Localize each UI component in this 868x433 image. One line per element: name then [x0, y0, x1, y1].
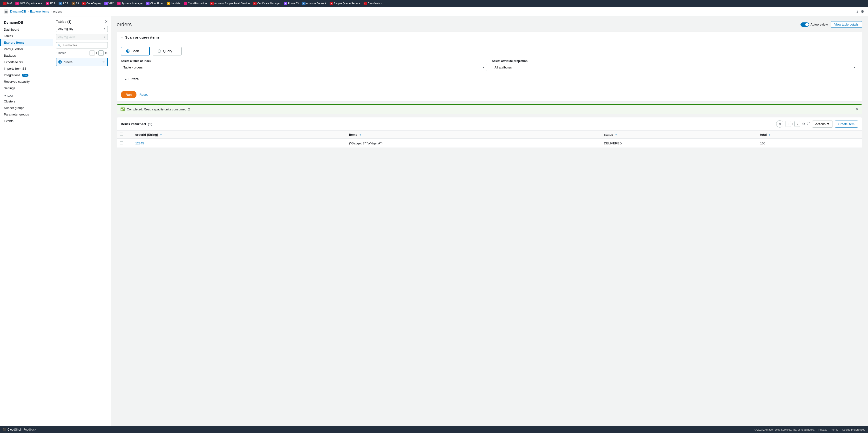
- dismiss-success-button[interactable]: ✕: [856, 107, 859, 112]
- main-content: orders Autopreview View table details ▼ …: [111, 17, 868, 426]
- items-table: orderId (String) ▼ items ▼ status: [117, 131, 862, 148]
- col-header-items: items ▼: [346, 131, 595, 138]
- sidebar-item-reserved-capacity[interactable]: Reserved capacity: [0, 79, 53, 85]
- run-button[interactable]: Run: [121, 91, 136, 98]
- sidebar-item-events[interactable]: Events: [0, 118, 53, 124]
- items-returned-count: (1): [148, 122, 152, 126]
- table-index-group: Select a table or index Table - orders: [121, 59, 487, 71]
- nav-ec2[interactable]: E EC2: [44, 1, 56, 5]
- create-item-button[interactable]: Create item: [835, 121, 858, 127]
- scan-query-header[interactable]: ▼ Scan or query items: [117, 32, 862, 43]
- status-sort-icon[interactable]: ▼: [615, 134, 617, 136]
- sidebar-item-backups[interactable]: Backups: [0, 52, 53, 59]
- cloudshell-button[interactable]: ⬛ CloudShell: [3, 428, 22, 431]
- tables-settings-button[interactable]: ⚙: [105, 51, 108, 55]
- prev-page-button[interactable]: ‹: [89, 51, 95, 56]
- breadcrumb-explore-items[interactable]: Explore items: [30, 10, 49, 13]
- table-item-orders[interactable]: orders ☆: [56, 58, 108, 66]
- terms-link[interactable]: Terms: [831, 428, 838, 431]
- sidebar-item-dashboard[interactable]: Dashboard: [0, 26, 53, 33]
- systems-manager-icon: S: [117, 2, 121, 5]
- sidebar-item-settings[interactable]: Settings: [0, 85, 53, 91]
- items-prev-page-button[interactable]: ‹: [785, 121, 791, 127]
- nav-bedrock[interactable]: A Amazon Bedrock: [301, 1, 328, 5]
- nav-iam[interactable]: I IAM: [2, 1, 13, 5]
- items-table-settings-button[interactable]: ⚙: [802, 122, 805, 126]
- sidebar-item-clusters[interactable]: Clusters: [0, 98, 53, 105]
- filters-row[interactable]: ▶ Filters: [121, 74, 858, 84]
- nav-aws-orgs[interactable]: A AWS Organizations: [14, 1, 44, 5]
- query-option[interactable]: Query: [153, 47, 182, 56]
- sidebar-item-explore-items[interactable]: Explore items: [0, 39, 53, 46]
- settings-icon[interactable]: ⚙: [861, 9, 864, 14]
- page-title: orders: [117, 22, 132, 28]
- items-sort-icon[interactable]: ▼: [359, 134, 362, 136]
- nav-cloudformation[interactable]: C CloudFormation: [183, 1, 208, 5]
- feedback-link[interactable]: Feedback: [23, 428, 36, 431]
- attribute-projection-select[interactable]: All attributes: [492, 64, 858, 71]
- nav-systems-manager[interactable]: S Systems Manager: [116, 1, 144, 5]
- nav-ses[interactable]: A Amazon Simple Email Service: [209, 1, 251, 5]
- success-text: Completed. Read capacity units consumed:…: [127, 107, 190, 111]
- sidebar-item-parameter-groups[interactable]: Parameter groups: [0, 111, 53, 118]
- nav-sqs[interactable]: S Simple Queue Service: [329, 1, 361, 5]
- hamburger-button[interactable]: ☰: [4, 9, 8, 14]
- cert-manager-icon: C: [253, 2, 256, 5]
- sidebar-item-integrations[interactable]: Integrations New: [0, 72, 53, 79]
- select-all-checkbox[interactable]: [120, 133, 123, 136]
- cookie-preferences-link[interactable]: Cookie preferences: [842, 428, 865, 431]
- nav-cert-manager[interactable]: C Certificate Manager: [252, 1, 282, 5]
- sidebar-item-imports-s3[interactable]: Imports from S3: [0, 65, 53, 72]
- favorite-table-button[interactable]: ☆: [102, 60, 105, 64]
- sidebar-item-exports-s3[interactable]: Exports to S3: [0, 59, 53, 65]
- row-checkbox[interactable]: [120, 141, 123, 145]
- items-table-fullscreen-button[interactable]: ⛶: [807, 122, 810, 126]
- cloudshell-icon: ⬛: [3, 428, 6, 431]
- integrations-new-badge: New: [22, 74, 29, 77]
- tag-value-dropdown-wrapper: Any tag value: [56, 34, 108, 40]
- scan-query-title: Scan or query items: [125, 35, 160, 39]
- items-next-page-button[interactable]: ›: [795, 121, 800, 127]
- dax-section[interactable]: ▼ DAX: [0, 91, 53, 98]
- items-table-wrapper: orderId (String) ▼ items ▼ status: [117, 131, 862, 148]
- select-all-header: [117, 131, 127, 138]
- table-index-select[interactable]: Table - orders: [121, 64, 487, 71]
- breadcrumb: DynamoDB › Explore items › orders: [10, 10, 62, 13]
- row-status-cell: DELIVERED: [601, 138, 751, 148]
- sidebar-item-subnet-groups[interactable]: Subnet groups: [0, 105, 53, 111]
- scan-option[interactable]: Scan: [121, 47, 150, 56]
- ses-icon: A: [210, 2, 214, 5]
- info-icon[interactable]: ℹ: [857, 9, 858, 14]
- refresh-button[interactable]: ↻: [776, 120, 783, 127]
- attribute-projection-label: Select attribute projection: [492, 59, 858, 63]
- lambda-icon: λ: [167, 2, 170, 5]
- privacy-link[interactable]: Privacy: [818, 428, 827, 431]
- total-sort-icon[interactable]: ▼: [769, 134, 771, 136]
- actions-button[interactable]: Actions ▼: [812, 121, 833, 127]
- nav-vpc[interactable]: V VPC: [103, 1, 115, 5]
- reset-button[interactable]: Reset: [140, 93, 148, 96]
- breadcrumb-dynamodb[interactable]: DynamoDB: [10, 10, 26, 13]
- view-table-details-button[interactable]: View table details: [831, 21, 862, 28]
- close-tables-panel-button[interactable]: ✕: [105, 19, 108, 24]
- sidebar-item-tables[interactable]: Tables: [0, 33, 53, 39]
- nav-route53[interactable]: R Route 53: [283, 1, 300, 5]
- autopreview-toggle[interactable]: Autopreview: [801, 23, 828, 27]
- next-page-button[interactable]: ›: [98, 51, 104, 56]
- scan-query-collapse-icon: ▼: [121, 36, 123, 38]
- tag-value-dropdown[interactable]: Any tag value: [56, 34, 108, 40]
- nav-lambda[interactable]: λ Lambda: [166, 1, 182, 5]
- nav-codedeploy[interactable]: C CodeDeploy: [81, 1, 102, 5]
- find-tables-input[interactable]: [56, 42, 108, 49]
- col-header-divider-4: [751, 131, 757, 138]
- row-orderId-link[interactable]: 12345: [135, 142, 144, 145]
- orderId-sort-icon[interactable]: ▼: [160, 134, 162, 136]
- nav-rds[interactable]: R RDS: [57, 1, 69, 5]
- sidebar-item-partiql[interactable]: PartiQL editor: [0, 46, 53, 52]
- tag-key-dropdown[interactable]: Any tag key: [56, 26, 108, 32]
- tables-pagination: ‹ 1 › ⚙: [89, 51, 108, 56]
- nav-cloudwatch[interactable]: C CloudWatch: [362, 1, 383, 5]
- nav-cloudfront[interactable]: C CloudFront: [145, 1, 164, 5]
- autopreview-switch[interactable]: [801, 23, 809, 27]
- nav-s3[interactable]: S S3: [70, 1, 80, 5]
